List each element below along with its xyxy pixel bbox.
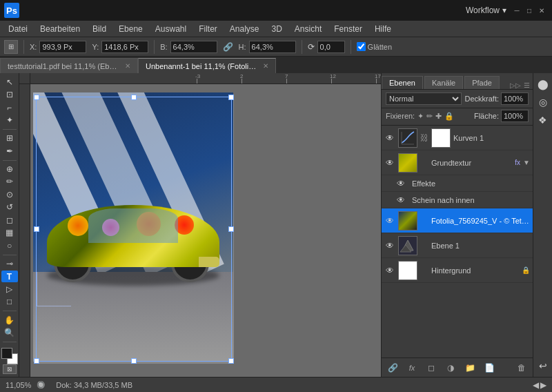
expand-grundtextur[interactable]: ▼ xyxy=(523,159,530,166)
tab-label-tab2: Unbenannt-1 bei 11,1% (Fotolia_7569245_V… xyxy=(146,62,259,70)
fix-all-icon[interactable]: 🔒 xyxy=(444,112,454,121)
maximize-button[interactable]: □ xyxy=(524,6,534,15)
tool-path-select[interactable]: ▷ xyxy=(1,283,18,295)
kurven-icon xyxy=(399,129,417,147)
fix-move-icon[interactable]: ✚ xyxy=(435,112,442,121)
menu-item-ebene[interactable]: Ebene xyxy=(113,23,148,35)
h-input[interactable] xyxy=(249,41,296,53)
layer-eye-schein[interactable]: 👁 xyxy=(395,195,406,205)
tool-brush[interactable]: ✏ xyxy=(1,176,18,188)
history-btn[interactable]: ↩ xyxy=(535,357,551,374)
fill-input[interactable] xyxy=(501,110,529,122)
menu-item-auswahl[interactable]: Auswahl xyxy=(150,23,192,35)
layer-eye-ebene1[interactable]: 👁 xyxy=(384,241,395,251)
menu-item-3d[interactable]: 3D xyxy=(266,23,288,35)
scroll-right-btn[interactable]: ▶ xyxy=(540,380,546,390)
close-button[interactable]: ✕ xyxy=(537,6,546,15)
tool-history-brush[interactable]: ↺ xyxy=(1,202,18,213)
opacity-input[interactable] xyxy=(501,92,529,105)
menu-item-analyse[interactable]: Analyse xyxy=(224,23,265,35)
layer-group-btn[interactable]: 📁 xyxy=(463,361,477,375)
layer-eye-hintergrund[interactable]: 👁 xyxy=(384,266,395,275)
rotation-input[interactable] xyxy=(317,41,345,53)
menu-item-datei[interactable]: Datei xyxy=(3,23,33,35)
tool-text[interactable]: T xyxy=(1,271,18,282)
layer-new-btn[interactable]: 📄 xyxy=(482,361,496,375)
layer-mask-btn[interactable]: ◻ xyxy=(424,361,438,375)
glaetten-checkbox[interactable] xyxy=(357,42,366,51)
layer-delete-btn[interactable]: 🗑 xyxy=(515,361,529,375)
right-icons-bottom: ↩ xyxy=(535,357,551,374)
x-input[interactable] xyxy=(39,41,86,53)
styles-btn[interactable]: ❖ xyxy=(535,112,551,128)
titlebar: Ps Workflow ▾ ─ □ ✕ xyxy=(0,0,552,21)
fix-pos-icon[interactable]: ✦ xyxy=(417,112,424,121)
fix-draw-icon[interactable]: ✏ xyxy=(426,112,433,121)
layer-adj-btn[interactable]: ◑ xyxy=(444,361,457,375)
menu-item-ansicht[interactable]: Ansicht xyxy=(289,23,327,35)
tool-crop[interactable]: ⊞ xyxy=(1,133,18,144)
tool-magic-wand[interactable]: ✦ xyxy=(1,114,18,126)
layer-eye-fotolia[interactable]: 👁 xyxy=(384,216,395,226)
panel-tab-pfade[interactable]: Pfade xyxy=(464,76,500,89)
layer-lock-hintergrund: 🔒 xyxy=(522,266,530,274)
width-group: B: xyxy=(160,41,217,53)
layer-item-hintergrund[interactable]: 👁 Hintergrund 🔒 xyxy=(382,258,533,283)
scroll-left-btn[interactable]: ◀ xyxy=(533,380,539,390)
canvas-area: -3271217222732 xyxy=(19,73,381,377)
layer-fx-btn[interactable]: fx xyxy=(405,361,419,375)
panel-tab-kanäle[interactable]: Kanäle xyxy=(424,76,463,89)
layer-eye-effekte[interactable]: 👁 xyxy=(395,179,406,188)
tool-pen[interactable]: ⊸ xyxy=(1,257,18,269)
panel-collapse-btn[interactable]: ▷▷ xyxy=(510,81,521,89)
menu-item-hilfe[interactable]: Hilfe xyxy=(369,23,397,35)
layer-thumb-kurven1 xyxy=(398,128,417,148)
tool-zoom[interactable]: 🔍 xyxy=(1,326,18,338)
layer-item-schein: 👁 Schein nach innen xyxy=(382,192,533,208)
tab-tab1[interactable]: testtutorial1.pdf bei 11,1% (Ebene ...✕ xyxy=(0,58,138,73)
adjustments-btn[interactable]: ◎ xyxy=(535,94,551,110)
options-tool-icon: ⊞ xyxy=(4,40,18,54)
panel-menu-btn[interactable]: ☰ xyxy=(524,81,530,89)
color-picker-btn[interactable]: ⬤ xyxy=(535,76,551,92)
minimize-button[interactable]: ─ xyxy=(512,6,522,15)
quick-mask-btn[interactable]: ⊠ xyxy=(3,364,17,374)
layer-eye-kurven1[interactable]: 👁 xyxy=(384,133,395,143)
blend-mode-select[interactable]: Normal xyxy=(386,92,462,105)
tab-tab2[interactable]: Unbenannt-1 bei 11,1% (Fotolia_7569245_V… xyxy=(138,58,276,73)
tool-hand[interactable]: ✋ xyxy=(1,314,18,326)
workspace-selector[interactable]: Workflow ▾ xyxy=(466,6,506,15)
tool-clone[interactable]: ⊙ xyxy=(1,188,18,200)
canvas-viewport[interactable] xyxy=(30,84,381,377)
link-icon: 🔗 xyxy=(223,42,233,52)
tool-lasso[interactable]: ⌐ xyxy=(1,101,18,113)
menu-item-bearbeiten[interactable]: Bearbeiten xyxy=(34,23,86,35)
tool-move[interactable]: ↖ xyxy=(1,76,18,88)
tool-shape[interactable]: □ xyxy=(1,296,18,308)
menu-item-fenster[interactable]: Fenster xyxy=(328,23,368,35)
zoom-level[interactable]: 11,05% xyxy=(6,381,31,389)
layer-mask-kurven1 xyxy=(431,128,451,148)
layer-link-btn[interactable]: 🔗 xyxy=(386,361,400,375)
layer-item-ebene1[interactable]: 👁 Ebene 1 xyxy=(382,233,533,258)
tool-gradient[interactable]: ▦ xyxy=(1,227,18,239)
layer-eye-grundtextur[interactable]: 👁 xyxy=(384,158,395,168)
menu-item-filter[interactable]: Filter xyxy=(193,23,223,35)
panel-tab-ebenen[interactable]: Ebenen xyxy=(382,76,423,89)
tool-dodge[interactable]: ○ xyxy=(1,239,18,251)
canvas-document xyxy=(33,92,233,362)
layer-item-grundtextur[interactable]: 👁 Grundtextur fx ▼ xyxy=(382,150,533,175)
y-input[interactable] xyxy=(101,41,148,53)
menu-item-bild[interactable]: Bild xyxy=(87,23,112,35)
tool-heal[interactable]: ⊕ xyxy=(1,163,18,175)
tab-close-tab2[interactable]: ✕ xyxy=(263,62,268,70)
w-input[interactable] xyxy=(170,41,217,53)
layer-item-fotolia[interactable]: 👁 Fotolia_7569245_V - © Tetastock - ... xyxy=(382,208,533,233)
layer-item-kurven1[interactable]: 👁 ⛓ Kurven 1 xyxy=(382,126,533,150)
tool-marquee[interactable]: ⊡ xyxy=(1,88,18,100)
tab-close-tab1[interactable]: ✕ xyxy=(125,62,130,70)
tool-eraser[interactable]: ◻ xyxy=(1,214,18,226)
foreground-color[interactable] xyxy=(1,348,12,359)
ruler-horizontal: -3271217222732 xyxy=(30,73,381,84)
tool-eyedropper[interactable]: ✒ xyxy=(1,145,18,157)
